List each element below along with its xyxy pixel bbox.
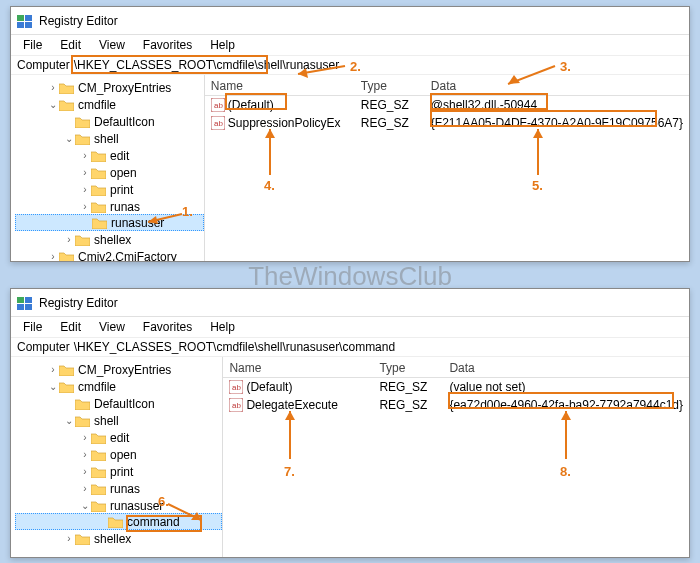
folder-icon [92, 217, 107, 229]
tree-item-defaulticon[interactable]: DefaultIcon [15, 113, 204, 130]
value-data: (value not set) [443, 380, 689, 394]
menu-file[interactable]: File [15, 37, 50, 53]
tree-item-label: cmdfile [78, 380, 116, 394]
address-bar: Computer\HKEY_CLASSES_ROOT\cmdfile\shell… [11, 337, 689, 357]
tree-item-cm_proxyentries[interactable]: ›CM_ProxyEntries [15, 361, 222, 378]
col-name[interactable]: Name [223, 359, 373, 377]
col-data[interactable]: Data [425, 77, 689, 95]
folder-icon [59, 82, 74, 94]
tree-item-label: print [110, 183, 133, 197]
menu-view[interactable]: View [91, 319, 133, 335]
tree-item-shellex[interactable]: ›shellex [15, 530, 222, 547]
folder-icon [91, 184, 106, 196]
address-path[interactable]: \HKEY_CLASSES_ROOT\cmdfile\shell\runasus… [74, 58, 683, 72]
col-name[interactable]: Name [205, 77, 355, 95]
tree-item-shell[interactable]: ⌄shell [15, 130, 204, 147]
tree-item-cmdfile[interactable]: ⌄cmdfile [15, 96, 204, 113]
chevron-right-icon[interactable]: › [63, 234, 75, 245]
tree-item-edit[interactable]: ›edit [15, 429, 222, 446]
folder-icon [59, 381, 74, 393]
chevron-down-icon[interactable]: ⌄ [79, 500, 91, 511]
chevron-right-icon[interactable]: › [79, 466, 91, 477]
chevron-right-icon[interactable]: › [79, 432, 91, 443]
chevron-right-icon[interactable]: › [47, 251, 59, 261]
titlebar[interactable]: Registry Editor [11, 289, 689, 317]
value-name: SuppressionPolicyEx [228, 116, 341, 130]
tree-item-cmiv2.cmifactory[interactable]: ›Cmiv2.CmiFactory [15, 248, 204, 261]
tree-item-label: shellex [94, 532, 131, 546]
tree-item-shell[interactable]: ⌄shell [15, 412, 222, 429]
folder-icon [75, 415, 90, 427]
chevron-right-icon[interactable]: › [63, 533, 75, 544]
list-row[interactable]: (Default) REG_SZ @shell32.dll,-50944 [205, 96, 689, 114]
tree-item-open[interactable]: ›open [15, 446, 222, 463]
value-data: @shell32.dll,-50944 [425, 98, 689, 112]
tree-item-runasuser[interactable]: ⌄runasuser [15, 497, 222, 514]
string-value-icon [229, 380, 243, 394]
folder-icon [59, 99, 74, 111]
tree-item-open[interactable]: ›open [15, 164, 204, 181]
address-bar: Computer\HKEY_CLASSES_ROOT\cmdfile\shell… [11, 55, 689, 75]
chevron-down-icon[interactable]: ⌄ [47, 381, 59, 392]
tree-item-print[interactable]: ›print [15, 463, 222, 480]
folder-icon [91, 500, 106, 512]
tree-item-cmdfile[interactable]: ⌄cmdfile [15, 378, 222, 395]
tree-item-label: DefaultIcon [94, 397, 155, 411]
menu-edit[interactable]: Edit [52, 319, 89, 335]
address-path[interactable]: \HKEY_CLASSES_ROOT\cmdfile\shell\runasus… [74, 340, 683, 354]
tree-item-print[interactable]: ›print [15, 181, 204, 198]
tree-item-label: runasuser [110, 499, 163, 513]
chevron-right-icon[interactable]: › [47, 364, 59, 375]
col-data[interactable]: Data [443, 359, 689, 377]
tree-item-edit[interactable]: ›edit [15, 147, 204, 164]
tree-item-defaulticon[interactable]: DefaultIcon [15, 395, 222, 412]
tree-item-label: DefaultIcon [94, 115, 155, 129]
menubar: File Edit View Favorites Help [11, 35, 689, 55]
tree-item-runas[interactable]: ›runas [15, 198, 204, 215]
chevron-down-icon[interactable]: ⌄ [63, 133, 75, 144]
folder-icon [75, 133, 90, 145]
menu-favorites[interactable]: Favorites [135, 319, 200, 335]
chevron-down-icon[interactable]: ⌄ [47, 99, 59, 110]
menu-view[interactable]: View [91, 37, 133, 53]
chevron-right-icon[interactable]: › [79, 201, 91, 212]
col-type[interactable]: Type [373, 359, 443, 377]
tree-view[interactable]: ›CM_ProxyEntries⌄cmdfileDefaultIcon⌄shel… [11, 75, 205, 261]
window-title: Registry Editor [39, 296, 118, 310]
chevron-right-icon[interactable]: › [79, 483, 91, 494]
string-value-icon [229, 398, 243, 412]
tree-item-runas[interactable]: ›runas [15, 480, 222, 497]
list-view[interactable]: Name Type Data (Default) REG_SZ (value n… [223, 357, 689, 557]
list-view[interactable]: Name Type Data (Default) REG_SZ @shell32… [205, 75, 689, 261]
tree-view[interactable]: ›CM_ProxyEntries⌄cmdfileDefaultIcon⌄shel… [11, 357, 223, 557]
string-value-icon [211, 116, 225, 130]
chevron-right-icon[interactable]: › [47, 82, 59, 93]
window-title: Registry Editor [39, 14, 118, 28]
tree-item-label: shell [94, 414, 119, 428]
tree-item-cm_proxyentries[interactable]: ›CM_ProxyEntries [15, 79, 204, 96]
chevron-right-icon[interactable]: › [79, 150, 91, 161]
tree-item-shellex[interactable]: ›shellex [15, 231, 204, 248]
value-type: REG_SZ [373, 380, 443, 394]
list-row[interactable]: SuppressionPolicyEx REG_SZ {F211AA05-D4D… [205, 114, 689, 132]
list-row[interactable]: (Default) REG_SZ (value not set) [223, 378, 689, 396]
tree-item-label: print [110, 465, 133, 479]
list-row[interactable]: DelegateExecute REG_SZ {ea72d00e-4960-42… [223, 396, 689, 414]
value-name: (Default) [228, 98, 274, 112]
value-type: REG_SZ [355, 116, 425, 130]
chevron-right-icon[interactable]: › [79, 167, 91, 178]
col-type[interactable]: Type [355, 77, 425, 95]
menu-edit[interactable]: Edit [52, 37, 89, 53]
menu-help[interactable]: Help [202, 319, 243, 335]
tree-item-runasuser[interactable]: runasuser [15, 214, 204, 231]
regedit-icon [17, 295, 33, 311]
menu-file[interactable]: File [15, 319, 50, 335]
tree-item-command[interactable]: command [15, 513, 222, 530]
chevron-down-icon[interactable]: ⌄ [63, 415, 75, 426]
chevron-right-icon[interactable]: › [79, 449, 91, 460]
chevron-right-icon[interactable]: › [79, 184, 91, 195]
titlebar[interactable]: Registry Editor [11, 7, 689, 35]
value-data: {F211AA05-D4DF-4370-A2A0-9F19C09756A7} [425, 116, 689, 130]
menu-help[interactable]: Help [202, 37, 243, 53]
menu-favorites[interactable]: Favorites [135, 37, 200, 53]
